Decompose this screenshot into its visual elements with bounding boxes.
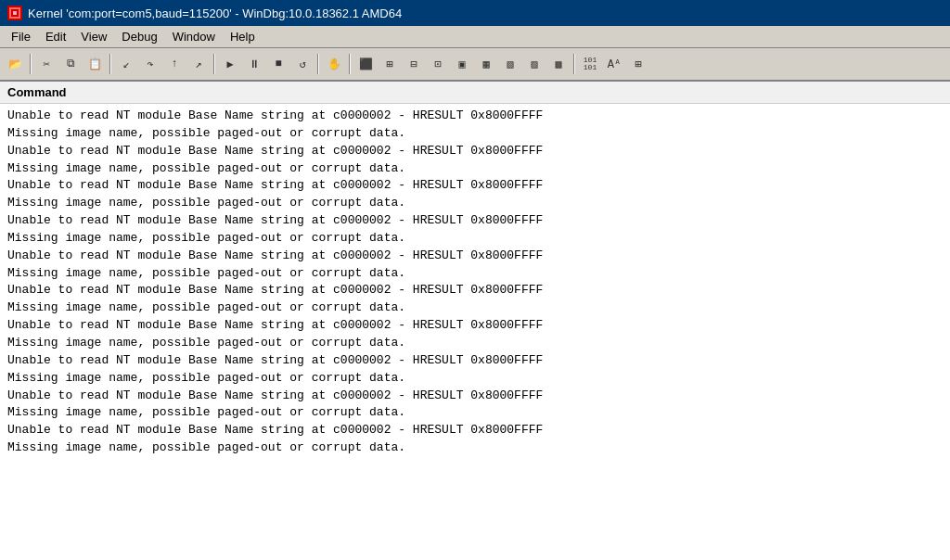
output-line: Missing image name, possible paged-out o… (7, 299, 943, 317)
output-line: Missing image name, possible paged-out o… (7, 265, 943, 283)
mem5-btn[interactable]: ▩ (547, 53, 570, 75)
output-line: Unable to read NT module Base Name strin… (7, 422, 943, 439)
menu-item-help[interactable]: Help (223, 28, 263, 45)
step-over-btn[interactable]: ↷ (139, 53, 161, 75)
title-bar: Kernel 'com:port=com5,baud=115200' - Win… (0, 0, 950, 26)
hand-btn[interactable]: ✋ (323, 53, 345, 75)
go-btn[interactable]: ▶ (219, 53, 241, 75)
output-line: Missing image name, possible paged-out o… (7, 404, 943, 422)
main-area: Command Unable to read NT module Base Na… (0, 82, 950, 560)
output-line: Unable to read NT module Base Name strin… (7, 388, 943, 405)
menu-bar: FileEditViewDebugWindowHelp (0, 26, 950, 48)
output-line: Unable to read NT module Base Name strin… (7, 108, 943, 125)
toolbar-separator (349, 54, 351, 74)
output-area[interactable]: Unable to read NT module Base Name strin… (0, 104, 950, 556)
menu-item-view[interactable]: View (73, 28, 114, 45)
cut-btn[interactable]: ✂ (35, 53, 58, 75)
output-line: Unable to read NT module Base Name strin… (7, 143, 943, 160)
output-line: Unable to read NT module Base Name strin… (7, 317, 943, 335)
output-line: Missing image name, possible paged-out o… (7, 335, 943, 352)
output-line: Unable to read NT module Base Name strin… (7, 177, 943, 195)
output-line: Missing image name, possible paged-out o… (7, 125, 943, 143)
locals-btn[interactable]: ⊟ (403, 53, 425, 75)
bits-btn[interactable]: 101 101 (579, 53, 601, 75)
output-line: Unable to read NT module Base Name strin… (7, 248, 943, 265)
restart-btn[interactable]: ↺ (291, 53, 314, 75)
output-line: Unable to read NT module Base Name strin… (7, 352, 943, 370)
command-pane-label: Command (0, 82, 950, 104)
cmd-btn[interactable]: ⬛ (354, 53, 377, 75)
menu-item-edit[interactable]: Edit (38, 28, 73, 45)
toolbar-separator (30, 54, 32, 74)
step-into-btn[interactable]: ↙ (115, 53, 137, 75)
toolbar-separator (213, 54, 215, 74)
watch-btn[interactable]: ⊞ (379, 53, 401, 75)
regs-btn[interactable]: ⊡ (427, 53, 449, 75)
mem2-btn[interactable]: ▦ (475, 53, 497, 75)
output-line: Missing image name, possible paged-out o… (7, 195, 943, 212)
run-to-btn[interactable]: ↗ (187, 53, 210, 75)
step-out-btn[interactable]: ↑ (163, 53, 186, 75)
open-btn[interactable]: 📂 (4, 53, 26, 75)
toolbar-separator (573, 54, 575, 74)
menu-item-window[interactable]: Window (165, 28, 223, 45)
output-line: Missing image name, possible paged-out o… (7, 370, 943, 388)
stop-btn[interactable]: ■ (267, 53, 289, 75)
output-line: Unable to read NT module Base Name strin… (7, 282, 943, 299)
toolbar: 📂✂⧉📋↙↷↑↗▶⏸■↺✋⬛⊞⊟⊡▣▦▧▨▩101 101Aᴬ⊞ (0, 48, 950, 82)
font-btn[interactable]: Aᴬ (603, 53, 625, 75)
paste-btn[interactable]: 📋 (83, 53, 106, 75)
output-line: Missing image name, possible paged-out o… (7, 439, 943, 457)
mem1-btn[interactable]: ▣ (451, 53, 473, 75)
window-title: Kernel 'com:port=com5,baud=115200' - Win… (28, 6, 402, 20)
svg-rect-3 (13, 11, 17, 15)
copy-btn[interactable]: ⧉ (59, 53, 82, 75)
break-btn[interactable]: ⏸ (243, 53, 265, 75)
menu-item-file[interactable]: File (4, 28, 38, 45)
output-line: Missing image name, possible paged-out o… (7, 160, 943, 178)
output-line: Unable to read NT module Base Name strin… (7, 212, 943, 230)
app-icon (7, 6, 22, 20)
toolbar-separator (317, 54, 319, 74)
menu-item-debug[interactable]: Debug (114, 28, 164, 45)
options-btn[interactable]: ⊞ (627, 53, 649, 75)
output-line: Missing image name, possible paged-out o… (7, 230, 943, 248)
mem3-btn[interactable]: ▧ (499, 53, 521, 75)
mem4-btn[interactable]: ▨ (523, 53, 546, 75)
toolbar-separator (109, 54, 111, 74)
